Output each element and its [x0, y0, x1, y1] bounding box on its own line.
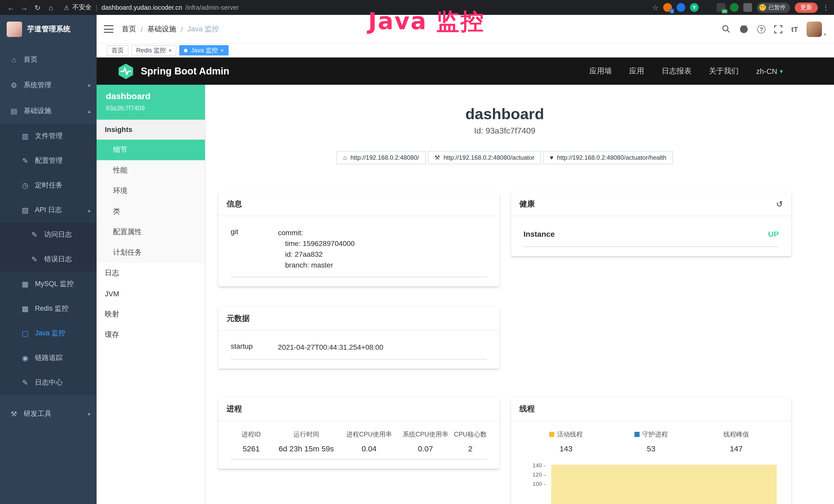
sba-nav-about[interactable]: 关于我们 — [709, 66, 739, 76]
forward-icon[interactable]: → — [19, 3, 30, 12]
sba-menu-metrics[interactable]: 性能 — [96, 160, 205, 181]
sidebar-item-config[interactable]: ✎ 配置管理 — [0, 148, 96, 173]
sba-menu-logs[interactable]: 日志 — [96, 263, 205, 283]
health-url-link[interactable]: ♥ http://192.168.0.2:48080/actuator/heal… — [543, 151, 673, 164]
sidebar-item-mysql[interactable]: ▦ MySQL 监控 — [0, 272, 96, 296]
sidebar-item-label: MySQL 监控 — [35, 279, 74, 289]
bookmark-star-icon[interactable]: ☆ — [652, 3, 659, 12]
tags-view: 首页 Redis 监控 × Java 监控 × — [96, 44, 834, 58]
sba-menu-scheduled-tasks[interactable]: 计划任务 — [96, 243, 205, 263]
history-icon[interactable]: ↺ — [776, 199, 783, 209]
instance-header[interactable]: dashboard 93a3fc7f7409 — [96, 85, 205, 120]
avatar-caret-icon: ▾ — [824, 31, 826, 37]
reload-icon[interactable]: ↻ — [32, 3, 43, 12]
header-actions: ? tT ▾ — [722, 21, 826, 37]
fullscreen-icon[interactable] — [774, 25, 783, 33]
extension-icon-pin[interactable] — [677, 3, 685, 12]
y-axis-tick: 100 — [524, 481, 546, 487]
legend-daemon-threads: 守护进程 — [609, 430, 694, 439]
extension-icon-leaf[interactable] — [730, 3, 739, 12]
breadcrumb-infra[interactable]: 基础设施 — [148, 24, 176, 33]
home-icon[interactable]: ⌂ — [45, 3, 57, 12]
extension-icon-grid[interactable] — [703, 3, 712, 12]
on-badge: on — [722, 9, 727, 13]
sidebar-item-dev-tools[interactable]: ⚒ 研发工具 ▾ — [0, 401, 96, 427]
browser-update-button[interactable]: 更新 — [795, 2, 818, 13]
sba-nav-journal[interactable]: 日志报表 — [662, 66, 692, 76]
sidebar-item-api-log[interactable]: ▧ API 日志 ▴ — [0, 198, 96, 222]
sba-menu-jvm[interactable]: JVM — [96, 283, 205, 304]
file-icon: ▥ — [21, 132, 30, 140]
uptime-value: 6d 23h 15m 59s — [272, 444, 341, 453]
extension-icon-proxy[interactable]: on — [717, 3, 725, 12]
sidebar-item-infra[interactable]: ▤ 基础设施 ▴ — [0, 98, 96, 124]
sidebar-item-jobs[interactable]: ◷ 定时任务 — [0, 173, 96, 198]
extension-icon-y[interactable]: Y — [690, 3, 699, 12]
sba-brand[interactable]: Spring Boot Admin — [117, 62, 229, 80]
sidebar-item-home[interactable]: ⌂ 首页 — [0, 47, 96, 72]
close-icon[interactable]: × — [169, 47, 172, 53]
system-cpu-value: 0.07 — [397, 444, 454, 453]
sba-menu-mappings[interactable]: 映射 — [96, 304, 205, 324]
sidebar-item-tracing[interactable]: ◉ 链路追踪 — [0, 346, 96, 370]
extension-icon-misc[interactable] — [743, 3, 752, 12]
sba-menu-configprops[interactable]: 配置属性 — [96, 222, 205, 243]
tab-redis-monitor[interactable]: Redis 监控 × — [132, 45, 176, 55]
sidebar-collapse-icon[interactable] — [104, 25, 113, 33]
address-bar[interactable]: ⚠ 不安全 | dashboard.yudao.iocoder.cn/infra… — [64, 3, 239, 12]
health-instance-row[interactable]: Instance UP — [524, 220, 779, 247]
app-header: 首页 / 基础设施 / Java 监控 ? — [96, 15, 834, 44]
help-icon[interactable]: ? — [758, 25, 766, 33]
info-key: git — [231, 228, 278, 271]
back-icon[interactable]: ← — [5, 3, 17, 12]
tab-label: 首页 — [111, 46, 124, 55]
address-divider: | — [96, 4, 97, 11]
tab-label: Java 监控 — [191, 46, 218, 55]
sba-locale-select[interactable]: zh-CN ▾ — [756, 67, 783, 75]
sba-menu-caches[interactable]: 缓存 — [96, 324, 205, 345]
service-url-link[interactable]: ⌂ http://192.168.0.2:48080/ — [336, 151, 425, 164]
breadcrumb-separator: / — [141, 25, 143, 33]
git-commit-line: commit: — [278, 228, 355, 238]
actuator-url-link[interactable]: ⚒ http://192.168.0.2:48080/actuator — [427, 151, 541, 164]
sidebar-item-error-log[interactable]: ✎ 错误日志 — [0, 247, 96, 272]
sba-nav-applications[interactable]: 应用 — [629, 66, 644, 76]
search-icon[interactable] — [722, 25, 731, 33]
sidebar-item-system[interactable]: ⚙ 系统管理 ▾ — [0, 72, 96, 98]
app-logo-row[interactable]: 芋道管理系统 — [0, 15, 96, 44]
sidebar-item-label: API 日志 — [35, 205, 62, 215]
infra-icon: ▤ — [9, 107, 19, 115]
github-icon[interactable] — [740, 25, 749, 33]
extension-icon-orange[interactable]: 1 — [663, 3, 672, 12]
y-axis-tick: 120 — [524, 472, 546, 478]
sidebar-item-redis[interactable]: ▩ Redis 监控 — [0, 296, 96, 321]
tab-home[interactable]: 首页 — [107, 45, 128, 55]
chevron-up-icon: ▴ — [88, 207, 90, 213]
breadcrumb-home[interactable]: 首页 — [122, 24, 136, 33]
col-header-uptime: 运行时间 — [272, 430, 341, 439]
user-menu[interactable]: ▾ — [807, 21, 826, 37]
paused-extension-pill[interactable]: 已暂停 — [757, 2, 790, 13]
browser-menu-icon[interactable]: ⋮ — [822, 4, 829, 11]
font-size-icon[interactable]: tT — [791, 25, 798, 33]
sba-nav-wallboard[interactable]: 应用墙 — [590, 66, 612, 76]
git-branch-line: branch: master — [278, 260, 355, 271]
app-logo-image — [7, 22, 22, 37]
sidebar-item-access-log[interactable]: ✎ 访问日志 — [0, 222, 96, 247]
sba-sidebar: dashboard 93a3fc7f7409 Insights 细节 性能 环境… — [96, 85, 205, 504]
browser-toolbar: ← → ↻ ⌂ ⚠ 不安全 | dashboard.yudao.iocoder.… — [0, 0, 834, 15]
info-git-row: git commit: time: 1596289704000 id: 27aa… — [231, 220, 487, 277]
sidebar-item-java-monitor[interactable]: ▢ Java 监控 — [0, 321, 96, 346]
sidebar-item-files[interactable]: ▥ 文件管理 — [0, 124, 96, 148]
sba-menu-environment[interactable]: 环境 — [96, 181, 205, 201]
sidebar-item-log-center[interactable]: ✎ 日志中心 — [0, 370, 96, 395]
threads-legend: 活动线程 守护进程 线程峰值 — [524, 425, 779, 442]
spring-boot-admin: Spring Boot Admin 应用墙 应用 日志报表 关于我们 zh-CN… — [96, 58, 834, 504]
sba-menu-details[interactable]: 细节 — [96, 140, 205, 160]
sba-menu-classes[interactable]: 类 — [96, 201, 205, 222]
sidebar-item-label: Redis 监控 — [35, 304, 69, 313]
tab-java-monitor[interactable]: Java 监控 × — [179, 45, 228, 55]
close-icon[interactable]: × — [220, 47, 224, 53]
sidebar-item-label: 日志中心 — [35, 378, 63, 387]
cpus-value: 2 — [454, 444, 487, 453]
